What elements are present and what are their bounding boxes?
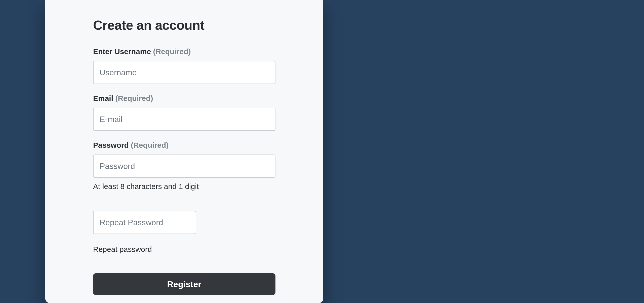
password-required: (Required) [131,141,169,149]
email-label-row: Email (Required) [93,94,275,103]
password-hint: At least 8 characters and 1 digit [93,182,275,191]
registration-panel: Create an account Enter Username (Requir… [45,0,323,303]
username-required: (Required) [153,47,191,56]
username-label: Enter Username [93,47,151,56]
register-button[interactable]: Register [93,273,275,295]
email-label: Email [93,94,113,102]
repeat-password-input[interactable] [93,211,196,234]
username-input[interactable] [93,61,275,84]
password-input[interactable] [93,155,275,178]
page-title: Create an account [93,18,275,33]
username-field: Enter Username (Required) [93,47,275,84]
password-label-row: Password (Required) [93,141,275,149]
email-field: Email (Required) [93,94,275,131]
repeat-password-field: Repeat password [93,211,275,254]
app-canvas: Create an account Enter Username (Requir… [0,0,644,303]
password-label: Password [93,141,129,149]
spacer [93,201,275,211]
email-input[interactable] [93,108,275,131]
password-field: Password (Required) At least 8 character… [93,141,275,191]
repeat-password-hint: Repeat password [93,245,275,254]
email-required: (Required) [115,94,153,102]
username-label-row: Enter Username (Required) [93,47,275,56]
